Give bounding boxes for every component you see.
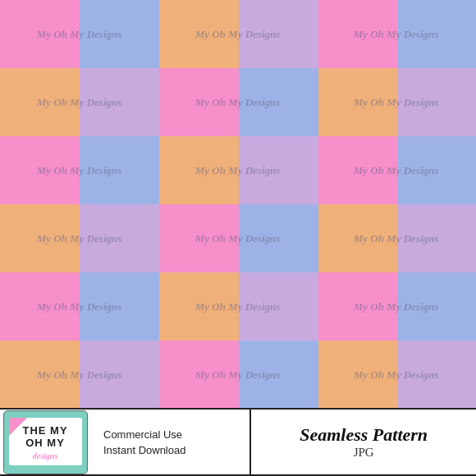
checker-cell <box>318 272 398 341</box>
checkerboard-pattern <box>0 0 476 476</box>
checker-cell <box>159 272 239 341</box>
checker-cell <box>398 0 476 68</box>
checker-cell <box>0 0 80 68</box>
checker-cell <box>239 272 318 341</box>
checker-cell <box>0 136 80 204</box>
product-title: Seamless Pattern <box>300 424 428 446</box>
info-bar: THE MY OH MY designs Commercial Use Inst… <box>0 408 476 476</box>
checker-cell <box>159 204 239 272</box>
checker-cell <box>239 341 318 409</box>
checker-cell <box>0 272 80 341</box>
logo-area: THE MY OH MY designs <box>0 408 90 476</box>
instant-download-label: Instant Download <box>103 444 249 456</box>
checker-cell <box>239 68 318 136</box>
checker-cell <box>318 341 398 409</box>
checker-cell <box>159 341 239 409</box>
checker-cell <box>398 272 476 341</box>
checker-cell <box>398 136 476 204</box>
canvas: My Oh My DesignsMy Oh My DesignsMy Oh My… <box>0 0 476 476</box>
checker-cell <box>318 68 398 136</box>
checker-cell <box>398 204 476 272</box>
checker-cell <box>0 204 80 272</box>
svg-text:OH MY: OH MY <box>25 437 65 449</box>
checker-cell <box>398 341 476 409</box>
checker-cell <box>159 68 239 136</box>
checker-cell <box>318 0 398 68</box>
checker-cell <box>0 68 80 136</box>
commercial-use-label: Commercial Use <box>103 428 249 441</box>
checker-cell <box>159 0 239 68</box>
checker-cell <box>239 0 318 68</box>
brand-logo: THE MY OH MY designs <box>2 410 89 475</box>
checker-cell <box>80 68 159 136</box>
checker-cell <box>159 136 239 204</box>
checker-cell <box>239 204 318 272</box>
checker-cell <box>80 136 159 204</box>
checker-cell <box>318 204 398 272</box>
checker-cell <box>398 68 476 136</box>
checker-cell <box>239 136 318 204</box>
checker-cell <box>80 272 159 341</box>
svg-text:THE MY: THE MY <box>22 424 67 437</box>
product-info: Seamless Pattern JPG <box>249 410 476 474</box>
checker-cell <box>80 0 159 68</box>
checker-cell <box>0 341 80 409</box>
svg-text:designs: designs <box>32 451 57 460</box>
checker-cell <box>318 136 398 204</box>
checker-cell <box>80 204 159 272</box>
product-type: JPG <box>354 446 374 460</box>
info-details: Commercial Use Instant Download <box>90 428 249 456</box>
checker-cell <box>80 341 159 409</box>
